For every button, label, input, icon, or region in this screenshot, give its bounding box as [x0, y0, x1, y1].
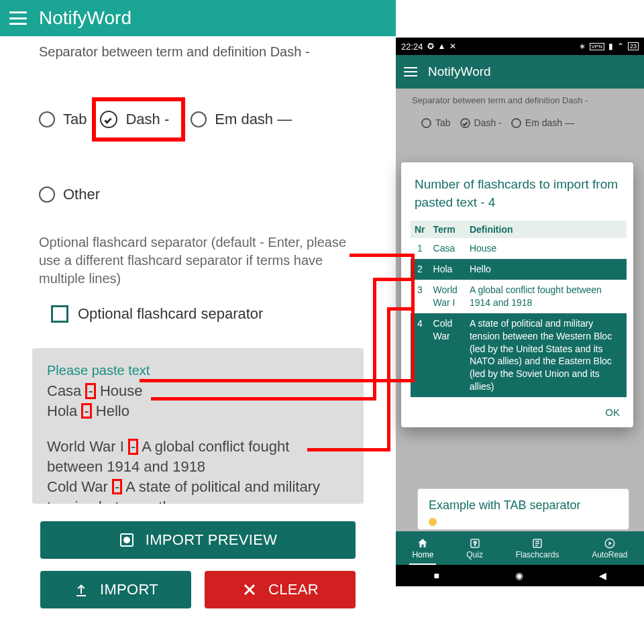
radio-checked-icon — [100, 111, 117, 128]
dash-marker: - — [85, 383, 95, 399]
radio-icon — [191, 111, 207, 127]
phone-app-bar: NotifyWord — [396, 55, 644, 89]
col-def: Definition — [466, 221, 627, 238]
signal-icon: ▮ — [608, 42, 613, 51]
menu-icon[interactable] — [404, 67, 417, 76]
nav-flashcards[interactable]: Flaschcards — [516, 537, 559, 559]
col-nr: Nr — [411, 221, 429, 238]
status-icon: ✪ — [427, 42, 434, 51]
phone-app-title: NotifyWord — [428, 64, 491, 79]
nav-quiz[interactable]: ? Quiz — [466, 537, 483, 559]
callout-line — [373, 278, 415, 281]
flashcard-sep-help: Optional flashcard separator (default - … — [39, 233, 357, 288]
callout-line — [387, 307, 390, 451]
play-icon — [604, 537, 616, 549]
nav-autoread[interactable]: AutoRead — [592, 537, 627, 559]
import-preview-button[interactable]: IMPORT PREVIEW — [40, 521, 356, 559]
menu-icon[interactable] — [9, 11, 27, 25]
import-preview-label: IMPORT PREVIEW — [146, 530, 278, 550]
preview-table: Nr Term Definition 1CasaHouse 2HolaHello… — [411, 221, 627, 397]
radio-icon — [511, 118, 521, 128]
dash-marker: - — [81, 403, 91, 419]
callout-line — [411, 254, 415, 382]
flashcard-sep-checkbox-label: Optional flashcard separator — [78, 304, 263, 324]
opt-tab[interactable]: Tab — [39, 109, 87, 129]
radio-icon — [39, 111, 55, 127]
table-row: 3World War IA global conflict fought bet… — [411, 280, 627, 313]
bluetooth-icon: ∗ — [579, 42, 586, 51]
radio-icon — [421, 118, 431, 128]
phone-opt-emdash[interactable]: Em dash — — [511, 117, 574, 128]
paste-textarea[interactable]: Please paste text Casa - House Hola - He… — [32, 348, 364, 504]
wifi-icon: ⌃ — [617, 42, 624, 51]
app-bar: NotifyWord — [0, 0, 396, 36]
back-icon[interactable]: ◀ — [599, 570, 606, 581]
radio-icon — [39, 186, 55, 203]
callout-line — [307, 448, 390, 451]
example-card-title: Example with TAB separator — [429, 498, 618, 513]
radio-checked-icon — [460, 118, 470, 128]
phone-opt-dash[interactable]: Dash - — [460, 117, 502, 128]
clear-button[interactable]: CLEAR — [205, 571, 356, 608]
system-nav: ■ ◉ ◀ — [396, 565, 644, 586]
col-term: Term — [429, 221, 466, 238]
callout-line — [350, 254, 414, 257]
dialog-ok-button[interactable]: OK — [411, 397, 627, 422]
dash-marker: - — [112, 479, 122, 495]
status-time: 22:24 — [401, 42, 423, 52]
status-icon: ✕ — [449, 42, 456, 51]
opt-other[interactable]: Other — [39, 184, 100, 205]
app-title: NotifyWord — [39, 7, 131, 29]
separator-label: Separator between term and definition Da… — [39, 43, 357, 61]
opt-emdash-label: Em dash — — [215, 109, 292, 129]
table-row: 1CasaHouse — [411, 238, 627, 259]
phone-separator-label: Separator between term and definition Da… — [412, 95, 628, 105]
table-row: 4Cold WarA state of political and milita… — [411, 313, 627, 397]
callout-line — [151, 397, 376, 400]
paste-placeholder: Please paste text — [47, 362, 349, 380]
opt-dash-label: Dash - — [125, 109, 169, 129]
vpn-icon: VPN — [590, 43, 604, 50]
dash-highlight: Dash - — [92, 97, 185, 142]
svg-text:?: ? — [473, 541, 476, 547]
upload-icon — [73, 582, 89, 598]
home-button-icon[interactable]: ◉ — [515, 570, 523, 581]
bullet-icon — [429, 518, 437, 526]
status-bar: 22:24 ✪ ▲ ✕ ∗ VPN ▮ ⌃ 23 — [396, 38, 644, 55]
callout-line — [373, 278, 376, 400]
cards-icon — [531, 537, 543, 549]
dash-marker: - — [128, 439, 138, 455]
phone-opt-tab[interactable]: Tab — [421, 117, 451, 128]
import-preview-dialog: Number of flashcards to import from past… — [401, 162, 633, 427]
quiz-icon: ? — [469, 537, 481, 549]
status-icon: ▲ — [438, 42, 446, 51]
svg-point-1 — [124, 537, 129, 543]
import-button[interactable]: IMPORT — [40, 571, 191, 608]
close-icon — [241, 582, 258, 598]
battery-icon: 23 — [628, 42, 639, 50]
nav-home[interactable]: Home — [412, 537, 433, 559]
import-label: IMPORT — [100, 580, 158, 600]
preview-icon — [119, 532, 135, 548]
recents-icon[interactable]: ■ — [433, 570, 439, 581]
opt-tab-label: Tab — [63, 109, 87, 129]
opt-other-label: Other — [63, 184, 100, 205]
clear-label: CLEAR — [268, 580, 319, 600]
bottom-nav: Home ? Quiz Flaschcards AutoRead — [396, 531, 644, 565]
example-card[interactable]: Example with TAB separator — [417, 488, 629, 530]
home-icon — [417, 537, 429, 549]
callout-line — [387, 307, 414, 311]
table-row: 2HolaHello — [411, 259, 627, 280]
opt-dash[interactable]: Dash - — [100, 109, 169, 129]
dialog-title: Number of flashcards to import from past… — [411, 176, 627, 221]
opt-emdash[interactable]: Em dash — — [191, 109, 292, 129]
left-pane: NotifyWord Separator between term and de… — [0, 0, 396, 644]
checkbox-icon[interactable] — [51, 305, 68, 323]
